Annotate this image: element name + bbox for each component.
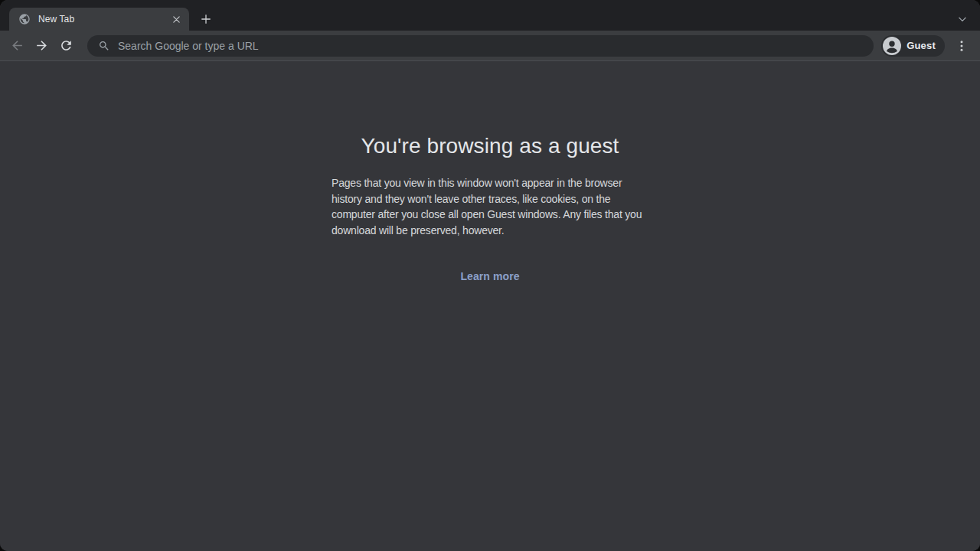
new-tab-button[interactable] (196, 9, 216, 29)
address-bar[interactable] (87, 35, 874, 57)
tab-title: New Tab (38, 14, 169, 24)
profile-label: Guest (906, 40, 936, 51)
back-button[interactable] (6, 35, 28, 57)
tab-new-tab[interactable]: New Tab (9, 8, 189, 31)
forward-button[interactable] (31, 35, 52, 57)
guest-new-tab-page: You're browsing as a guest Pages that yo… (0, 61, 980, 551)
browser-toolbar: Guest (0, 31, 980, 61)
learn-more-link[interactable]: Learn more (332, 270, 648, 282)
page-title: You're browsing as a guest (332, 132, 648, 160)
guest-message-box: You're browsing as a guest Pages that yo… (332, 132, 648, 282)
profile-button[interactable]: Guest (881, 35, 945, 57)
search-icon (98, 40, 110, 52)
guest-description: Pages that you view in this window won't… (332, 175, 648, 238)
chevron-down-icon[interactable] (953, 10, 972, 28)
browser-window: New Tab (0, 0, 980, 551)
kebab-menu-icon[interactable] (951, 35, 972, 57)
person-icon (883, 37, 901, 55)
url-input[interactable] (118, 40, 863, 52)
globe-icon (18, 13, 31, 25)
reload-button[interactable] (55, 35, 77, 57)
close-icon[interactable] (169, 12, 183, 26)
tab-strip: New Tab (0, 0, 980, 31)
